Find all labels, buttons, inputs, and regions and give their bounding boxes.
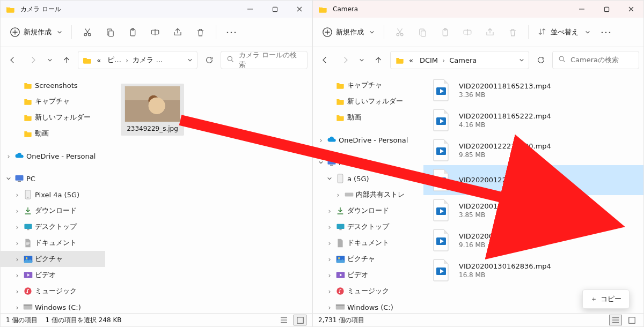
chevron-right-icon[interactable]: ›: [13, 191, 21, 199]
share-button[interactable]: [480, 22, 500, 42]
close-button[interactable]: [619, 1, 643, 18]
overflow-button[interactable]: ···: [596, 22, 617, 42]
titlebar[interactable]: カメラ ロール: [1, 1, 312, 18]
recent-locations-button[interactable]: [357, 51, 367, 69]
chevron-right-icon[interactable]: ›: [13, 255, 21, 263]
nav-item-desktop[interactable]: ›デスクトップ: [1, 219, 105, 235]
address-bar[interactable]: « DCIM › Camera: [390, 51, 529, 69]
nav-item-videos[interactable]: ›ビデオ: [1, 267, 105, 283]
file-item[interactable]: VID20200118165222.mp44.16 MB: [423, 105, 643, 135]
chevron-down-icon[interactable]: [519, 56, 524, 64]
nav-item-pixel[interactable]: ›Pixel 4a (5G): [1, 187, 105, 203]
chevron-right-icon[interactable]: ›: [326, 207, 333, 215]
nav-item-newfolder[interactable]: 新しいフォルダー: [1, 109, 105, 125]
nav-item-cdrive[interactable]: ›Windows (C:): [1, 299, 105, 313]
delete-button[interactable]: [502, 22, 523, 42]
nav-item-onedrive[interactable]: ›OneDrive - Personal: [313, 132, 423, 148]
up-button[interactable]: [58, 51, 75, 69]
breadcrumb-item[interactable]: DCIM: [418, 55, 440, 65]
content-pane[interactable]: VID20200118165213.mp43.36 MBVID202001181…: [423, 73, 643, 313]
rename-button[interactable]: [145, 22, 165, 42]
breadcrumb-overflow[interactable]: «: [94, 55, 103, 65]
up-button[interactable]: [370, 51, 387, 69]
nav-item-newfolder[interactable]: 新しいフォルダー: [313, 93, 423, 109]
close-button[interactable]: [287, 1, 312, 18]
refresh-button[interactable]: [532, 51, 549, 69]
minimize-button[interactable]: [238, 1, 262, 18]
chevron-right-icon[interactable]: ›: [326, 271, 333, 279]
new-button[interactable]: 新規作成: [6, 24, 66, 40]
chevron-down-icon[interactable]: [187, 56, 193, 64]
search-box[interactable]: カメラ ロールの検索: [221, 51, 308, 69]
sort-button[interactable]: 並べ替え: [534, 25, 594, 40]
nav-item-video[interactable]: 動画: [313, 109, 423, 125]
nav-item-screenshots[interactable]: Screenshots: [1, 77, 105, 93]
chevron-right-icon[interactable]: ›: [13, 287, 21, 295]
breadcrumb-item[interactable]: カメラ …: [130, 54, 165, 66]
titlebar[interactable]: Camera: [313, 1, 643, 18]
copy-button[interactable]: [412, 22, 433, 42]
nav-item-pictures[interactable]: ›ピクチャ: [313, 251, 423, 267]
nav-item-internal-storage[interactable]: ›内部共有ストレ: [313, 187, 423, 203]
breadcrumb-overflow[interactable]: «: [407, 55, 415, 65]
chevron-right-icon[interactable]: ›: [13, 223, 21, 231]
back-button[interactable]: [5, 51, 21, 69]
forward-button[interactable]: [337, 51, 354, 69]
file-thumbnail[interactable]: 23349229_s.jpg: [121, 84, 184, 136]
breadcrumb-item[interactable]: ピ…: [105, 54, 123, 66]
nav-item-capture[interactable]: キャプチャ: [313, 77, 423, 93]
maximize-button[interactable]: [594, 1, 619, 18]
file-item[interactable]: VID20200122211200.mp49.85 MB: [423, 135, 643, 165]
nav-item-pc[interactable]: PC: [313, 154, 423, 170]
chevron-right-icon[interactable]: ›: [334, 191, 342, 199]
paste-button[interactable]: [122, 22, 143, 42]
nav-item-music[interactable]: ›ミュージック: [1, 283, 105, 299]
rename-button[interactable]: [457, 22, 478, 42]
chevron-down-icon[interactable]: [326, 176, 333, 181]
nav-item-cdrive[interactable]: ›Windows (C:): [313, 299, 423, 313]
forward-button[interactable]: [25, 51, 41, 69]
breadcrumb-item[interactable]: Camera: [447, 55, 479, 65]
cut-button[interactable]: [390, 22, 410, 42]
recent-locations-button[interactable]: [45, 51, 55, 69]
nav-item-music[interactable]: ›ミュージック: [313, 283, 423, 299]
refresh-button[interactable]: [201, 51, 217, 69]
chevron-right-icon[interactable]: ›: [13, 271, 21, 279]
nav-item-downloads[interactable]: ›ダウンロード: [1, 203, 105, 219]
search-box[interactable]: Cameraの検索: [552, 51, 639, 69]
details-view-button[interactable]: [609, 315, 622, 325]
chevron-right-icon[interactable]: ›: [13, 207, 21, 215]
chevron-right-icon[interactable]: ›: [13, 239, 21, 247]
overflow-button[interactable]: ···: [222, 22, 242, 42]
cut-button[interactable]: [77, 22, 98, 42]
file-item[interactable]: VID20200125102816.mp49.16 MB: [423, 225, 643, 255]
file-item[interactable]: VID20200122211218.mp4: [423, 165, 643, 195]
file-item[interactable]: VID20200118165213.mp43.36 MB: [423, 75, 643, 105]
maximize-button[interactable]: [262, 1, 287, 18]
thumbnails-view-button[interactable]: [625, 315, 638, 325]
delete-button[interactable]: [190, 22, 210, 42]
nav-item-pictures[interactable]: ›ピクチャ: [1, 251, 105, 267]
thumbnails-view-button[interactable]: [294, 315, 306, 325]
chevron-right-icon[interactable]: ›: [326, 303, 333, 311]
chevron-right-icon[interactable]: ›: [326, 223, 333, 231]
nav-item-downloads[interactable]: ›ダウンロード: [313, 203, 423, 219]
share-button[interactable]: [167, 22, 188, 42]
chevron-right-icon[interactable]: ›: [13, 303, 21, 311]
chevron-down-icon[interactable]: [317, 160, 325, 165]
chevron-right-icon[interactable]: ›: [326, 239, 333, 247]
nav-item-video[interactable]: 動画: [1, 125, 105, 142]
chevron-right-icon[interactable]: ›: [326, 255, 333, 263]
copy-button[interactable]: [100, 22, 120, 42]
file-item[interactable]: VID20200130162836.mp416.8 MB: [423, 255, 643, 285]
nav-item-documents[interactable]: ›ドキュメント: [313, 235, 423, 251]
minimize-button[interactable]: [569, 1, 594, 18]
new-button[interactable]: 新規作成: [318, 24, 378, 40]
nav-item-desktop[interactable]: ›デスクトップ: [313, 219, 423, 235]
chevron-down-icon[interactable]: [5, 176, 12, 181]
content-pane[interactable]: 23349229_s.jpg: [106, 73, 312, 313]
paste-button[interactable]: [435, 22, 455, 42]
chevron-right-icon[interactable]: ›: [317, 136, 325, 144]
back-button[interactable]: [317, 51, 334, 69]
nav-item-pixel[interactable]: a (5G): [313, 170, 423, 187]
